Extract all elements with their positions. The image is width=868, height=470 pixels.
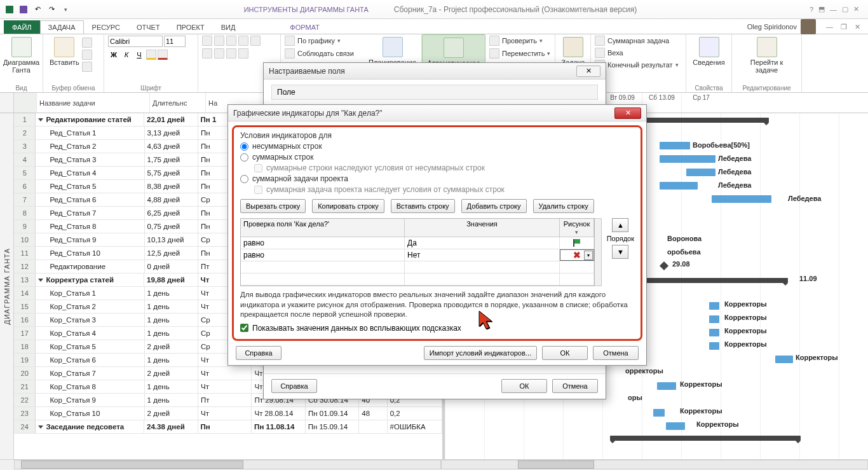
grid-h-scrollbar[interactable] bbox=[14, 460, 441, 469]
task-info-button[interactable]: Сведения bbox=[690, 36, 728, 67]
tab-resource[interactable]: РЕСУРС bbox=[84, 20, 128, 34]
duration-cell[interactable]: 1,75 дней bbox=[145, 153, 198, 166]
row-number[interactable]: 3 bbox=[14, 140, 36, 153]
format-painter-icon[interactable] bbox=[82, 62, 92, 72]
row-number[interactable]: 1 bbox=[14, 113, 36, 126]
user-account[interactable]: Oleg Spiridonov bbox=[747, 19, 816, 34]
pct0-icon[interactable] bbox=[202, 36, 212, 46]
row-number[interactable]: 9 bbox=[14, 220, 36, 233]
pct100-icon[interactable] bbox=[250, 36, 261, 46]
paste-button[interactable]: Вставить bbox=[47, 36, 82, 72]
duration-cell[interactable]: 10,13 дней bbox=[145, 233, 198, 246]
save-icon[interactable] bbox=[18, 4, 29, 15]
row-number[interactable]: 8 bbox=[14, 207, 36, 219]
cell[interactable]: Пн 01.09.14 bbox=[306, 407, 359, 420]
mdi-close-icon[interactable]: ✕ bbox=[855, 23, 860, 31]
undo-icon[interactable]: ↶ bbox=[32, 4, 43, 15]
start-cell[interactable]: Пт bbox=[198, 394, 252, 406]
cell-value[interactable]: Да bbox=[405, 237, 560, 249]
unlink-icon[interactable] bbox=[238, 48, 248, 59]
cell-picture[interactable] bbox=[560, 237, 594, 249]
tab-format[interactable]: ФОРМАТ bbox=[281, 20, 328, 34]
italic-button[interactable]: К bbox=[121, 51, 132, 59]
duration-cell[interactable]: 4,88 дней bbox=[145, 193, 198, 206]
show-tooltip-checkbox[interactable]: Показывать значения данных во всплывающи… bbox=[240, 324, 634, 333]
cell-picture-active[interactable]: ✖ ▾ bbox=[560, 249, 594, 261]
indicators-close-icon[interactable]: ✕ bbox=[614, 107, 641, 119]
font-name-combo[interactable]: Calibri bbox=[108, 36, 163, 47]
duration-cell[interactable]: 2 дней bbox=[145, 407, 198, 420]
duration-cell[interactable]: 1 день bbox=[145, 287, 198, 300]
milestone-button[interactable]: Веха bbox=[595, 48, 682, 58]
duration-cell[interactable]: 1 день bbox=[145, 327, 198, 340]
cell-value[interactable]: Нет bbox=[405, 249, 560, 261]
window-minimize-icon[interactable]: — bbox=[830, 6, 837, 13]
pct75-icon[interactable] bbox=[238, 36, 248, 46]
indicators-help-button[interactable]: Справка bbox=[236, 346, 281, 360]
row-number[interactable]: 22 bbox=[14, 394, 36, 406]
bold-button[interactable]: Ж bbox=[108, 51, 119, 59]
tab-view[interactable]: ВИД bbox=[213, 20, 244, 34]
respect-links-button[interactable]: Соблюдать связи bbox=[285, 48, 360, 59]
delete-row-button[interactable]: Удалить строку bbox=[533, 199, 594, 213]
start-cell[interactable]: Чт bbox=[198, 407, 252, 420]
inspect-button[interactable]: Проверить▾ bbox=[489, 36, 551, 46]
col-test-header[interactable]: Проверка поля 'Как дела?' bbox=[241, 219, 405, 237]
col-values-header[interactable]: Значения bbox=[405, 219, 560, 237]
row-number[interactable]: 5 bbox=[14, 167, 36, 179]
collapse-icon[interactable] bbox=[38, 279, 43, 282]
row-number[interactable]: 16 bbox=[14, 314, 36, 326]
radio-summary[interactable]: суммарных строк bbox=[240, 153, 634, 162]
duration-cell[interactable]: 1 день bbox=[145, 394, 198, 406]
row-number[interactable]: 10 bbox=[14, 233, 36, 246]
cell[interactable]: #ОШИБКА bbox=[388, 420, 442, 433]
radio-project-summary[interactable]: суммарной задачи проекта bbox=[240, 174, 634, 183]
deliverable-button[interactable]: Конечный результат▾ bbox=[595, 60, 682, 70]
check-summary-inherit[interactable]: суммарные строки наследуют условия от не… bbox=[254, 163, 634, 172]
cell-test[interactable]: равно bbox=[241, 237, 405, 249]
duration-cell[interactable]: 1 день bbox=[145, 300, 198, 313]
copy-icon[interactable] bbox=[82, 50, 92, 60]
fill-color-icon[interactable] bbox=[146, 50, 156, 60]
row-number[interactable]: 17 bbox=[14, 327, 36, 340]
condition-row[interactable]: равно Да bbox=[241, 237, 594, 249]
gantt-view-button[interactable]: Диаграмма Ганта bbox=[4, 36, 39, 75]
cell[interactable]: Пн 15.09.14 bbox=[306, 420, 360, 433]
col-picture-header[interactable]: Рисунок ▾ bbox=[560, 219, 594, 237]
row-number[interactable]: 23 bbox=[14, 407, 36, 420]
tab-task[interactable]: ЗАДАЧА bbox=[40, 20, 84, 34]
font-size-combo[interactable]: 11 bbox=[164, 36, 186, 47]
cut-row-button[interactable]: Вырезать строку bbox=[240, 199, 306, 213]
tab-project[interactable]: ПРОЕКТ bbox=[168, 20, 213, 34]
finish-cell[interactable]: Пн 11.08.14 bbox=[252, 420, 306, 433]
row-number[interactable]: 13 bbox=[14, 273, 36, 286]
duration-cell[interactable]: 2 дней bbox=[145, 340, 198, 353]
duration-cell[interactable]: 1 день bbox=[145, 314, 198, 326]
check-project-inherit[interactable]: суммарная задача проекта наследует услов… bbox=[254, 185, 634, 194]
row-number[interactable]: 20 bbox=[14, 367, 36, 380]
row-number[interactable]: 4 bbox=[14, 153, 36, 166]
duration-cell[interactable]: 5,75 дней bbox=[145, 167, 198, 179]
start-cell[interactable]: Чт bbox=[198, 367, 252, 380]
pct25-icon[interactable] bbox=[214, 36, 224, 46]
copy-row-button[interactable]: Копировать строку bbox=[312, 199, 384, 213]
cell[interactable] bbox=[359, 420, 387, 433]
help-icon[interactable]: ? bbox=[810, 6, 813, 13]
row-number[interactable]: 18 bbox=[14, 340, 36, 353]
mdi-restore-icon[interactable]: ❐ bbox=[841, 23, 847, 31]
duration-cell[interactable]: 24.38 дней bbox=[144, 420, 198, 433]
radio-nonsummary[interactable]: несуммарных строк bbox=[240, 142, 634, 151]
summary-task-button[interactable]: Суммарная задача bbox=[595, 36, 682, 46]
duration-cell[interactable]: 0,75 дней bbox=[145, 220, 198, 233]
indicators-ok-button[interactable]: ОК bbox=[542, 346, 588, 360]
start-cell[interactable]: Пн bbox=[198, 420, 252, 433]
cell-test[interactable]: равно bbox=[241, 249, 405, 261]
duration-cell[interactable]: 6,25 дней bbox=[145, 207, 198, 219]
goto-task-button[interactable]: Перейти к задаче bbox=[736, 36, 797, 75]
row-number[interactable]: 2 bbox=[14, 127, 36, 139]
add-row-button[interactable]: Добавить строку bbox=[461, 199, 527, 213]
row-number[interactable]: 15 bbox=[14, 300, 36, 313]
row-number[interactable]: 11 bbox=[14, 247, 36, 259]
cut-icon[interactable] bbox=[82, 38, 92, 48]
conditions-table[interactable]: Проверка поля 'Как дела?' Значения Рисун… bbox=[240, 218, 595, 286]
